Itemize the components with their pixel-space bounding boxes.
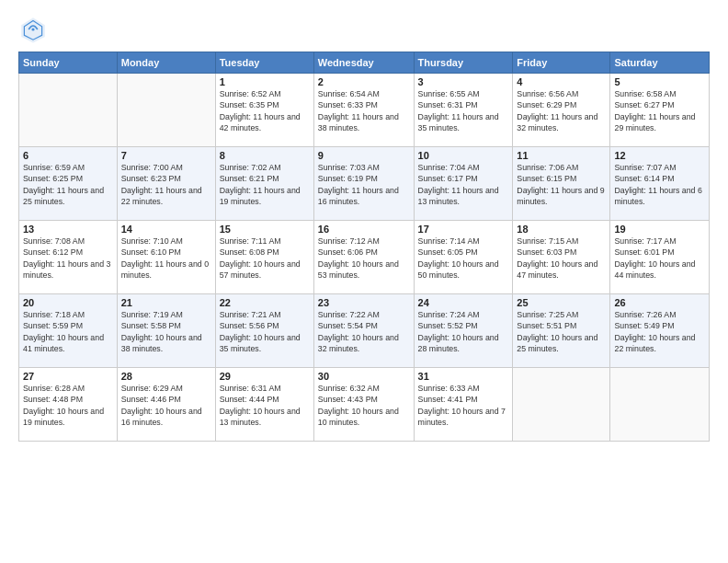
day-info: Sunrise: 7:03 AM Sunset: 6:19 PM Dayligh… (318, 162, 410, 207)
calendar-cell: 7Sunrise: 7:00 AM Sunset: 6:23 PM Daylig… (117, 147, 215, 221)
calendar-cell: 5Sunrise: 6:58 AM Sunset: 6:27 PM Daylig… (610, 74, 710, 147)
day-info: Sunrise: 7:02 AM Sunset: 6:21 PM Dayligh… (220, 162, 310, 207)
day-number: 31 (418, 371, 509, 382)
calendar-cell: 8Sunrise: 7:02 AM Sunset: 6:21 PM Daylig… (215, 147, 313, 221)
day-number: 2 (318, 76, 410, 87)
day-header-thursday: Thursday (414, 52, 513, 74)
day-info: Sunrise: 7:06 AM Sunset: 6:15 PM Dayligh… (517, 162, 606, 207)
day-number: 6 (23, 150, 113, 161)
calendar-cell: 13Sunrise: 7:08 AM Sunset: 6:12 PM Dayli… (19, 221, 118, 294)
day-number: 15 (220, 224, 310, 235)
day-number: 18 (517, 224, 606, 235)
day-info: Sunrise: 6:29 AM Sunset: 4:46 PM Dayligh… (121, 383, 211, 428)
day-number: 23 (318, 297, 410, 308)
day-header-tuesday: Tuesday (215, 52, 313, 74)
calendar-cell: 30Sunrise: 6:32 AM Sunset: 4:43 PM Dayli… (313, 368, 414, 442)
day-info: Sunrise: 6:33 AM Sunset: 4:41 PM Dayligh… (418, 383, 509, 428)
day-info: Sunrise: 7:07 AM Sunset: 6:14 PM Dayligh… (614, 162, 705, 207)
calendar-cell: 2Sunrise: 6:54 AM Sunset: 6:33 PM Daylig… (313, 74, 414, 147)
calendar-header-row: SundayMondayTuesdayWednesdayThursdayFrid… (19, 52, 710, 74)
calendar-cell: 28Sunrise: 6:29 AM Sunset: 4:46 PM Dayli… (117, 368, 215, 442)
week-row-5: 27Sunrise: 6:28 AM Sunset: 4:48 PM Dayli… (19, 368, 710, 442)
calendar-cell: 6Sunrise: 6:59 AM Sunset: 6:25 PM Daylig… (19, 147, 118, 221)
day-info: Sunrise: 7:00 AM Sunset: 6:23 PM Dayligh… (121, 162, 211, 207)
day-number: 8 (220, 150, 310, 161)
calendar-cell (610, 368, 710, 442)
calendar-cell: 26Sunrise: 7:26 AM Sunset: 5:49 PM Dayli… (610, 294, 710, 368)
day-number: 21 (121, 297, 211, 308)
day-number: 29 (220, 371, 310, 382)
calendar-cell (513, 368, 610, 442)
day-number: 25 (517, 297, 606, 308)
day-number: 19 (614, 224, 705, 235)
day-number: 7 (121, 150, 211, 161)
calendar-cell: 19Sunrise: 7:17 AM Sunset: 6:01 PM Dayli… (610, 221, 710, 294)
day-header-sunday: Sunday (19, 52, 118, 74)
day-info: Sunrise: 7:21 AM Sunset: 5:56 PM Dayligh… (220, 309, 310, 354)
day-number: 26 (614, 297, 705, 308)
day-number: 22 (220, 297, 310, 308)
calendar-cell: 29Sunrise: 6:31 AM Sunset: 4:44 PM Dayli… (215, 368, 313, 442)
day-info: Sunrise: 7:12 AM Sunset: 6:06 PM Dayligh… (318, 236, 410, 281)
day-info: Sunrise: 6:31 AM Sunset: 4:44 PM Dayligh… (220, 383, 310, 428)
day-info: Sunrise: 6:54 AM Sunset: 6:33 PM Dayligh… (318, 88, 410, 133)
day-number: 28 (121, 371, 211, 382)
day-number: 17 (418, 224, 509, 235)
day-number: 4 (517, 76, 606, 87)
day-header-saturday: Saturday (610, 52, 710, 74)
day-info: Sunrise: 7:26 AM Sunset: 5:49 PM Dayligh… (614, 309, 705, 354)
header (18, 15, 710, 44)
day-info: Sunrise: 7:18 AM Sunset: 5:59 PM Dayligh… (23, 309, 113, 354)
calendar-cell: 14Sunrise: 7:10 AM Sunset: 6:10 PM Dayli… (117, 221, 215, 294)
calendar-cell: 21Sunrise: 7:19 AM Sunset: 5:58 PM Dayli… (117, 294, 215, 368)
day-info: Sunrise: 6:59 AM Sunset: 6:25 PM Dayligh… (23, 162, 113, 207)
calendar-cell: 11Sunrise: 7:06 AM Sunset: 6:15 PM Dayli… (513, 147, 610, 221)
day-info: Sunrise: 7:17 AM Sunset: 6:01 PM Dayligh… (614, 236, 705, 281)
week-row-4: 20Sunrise: 7:18 AM Sunset: 5:59 PM Dayli… (19, 294, 710, 368)
calendar-cell: 3Sunrise: 6:55 AM Sunset: 6:31 PM Daylig… (414, 74, 513, 147)
calendar-cell: 12Sunrise: 7:07 AM Sunset: 6:14 PM Dayli… (610, 147, 710, 221)
logo-icon (18, 15, 48, 44)
day-number: 20 (23, 297, 113, 308)
calendar-cell: 31Sunrise: 6:33 AM Sunset: 4:41 PM Dayli… (414, 368, 513, 442)
calendar-cell: 17Sunrise: 7:14 AM Sunset: 6:05 PM Dayli… (414, 221, 513, 294)
day-number: 27 (23, 371, 113, 382)
day-number: 24 (418, 297, 509, 308)
calendar-cell: 10Sunrise: 7:04 AM Sunset: 6:17 PM Dayli… (414, 147, 513, 221)
day-number: 11 (517, 150, 606, 161)
day-info: Sunrise: 6:58 AM Sunset: 6:27 PM Dayligh… (614, 88, 705, 133)
calendar-cell: 16Sunrise: 7:12 AM Sunset: 6:06 PM Dayli… (313, 221, 414, 294)
calendar-cell: 15Sunrise: 7:11 AM Sunset: 6:08 PM Dayli… (215, 221, 313, 294)
logo (18, 15, 51, 44)
day-info: Sunrise: 7:22 AM Sunset: 5:54 PM Dayligh… (318, 309, 410, 354)
day-info: Sunrise: 7:10 AM Sunset: 6:10 PM Dayligh… (121, 236, 211, 281)
week-row-3: 13Sunrise: 7:08 AM Sunset: 6:12 PM Dayli… (19, 221, 710, 294)
calendar-cell: 27Sunrise: 6:28 AM Sunset: 4:48 PM Dayli… (19, 368, 118, 442)
calendar-cell: 9Sunrise: 7:03 AM Sunset: 6:19 PM Daylig… (313, 147, 414, 221)
day-info: Sunrise: 7:08 AM Sunset: 6:12 PM Dayligh… (23, 236, 113, 281)
day-info: Sunrise: 6:32 AM Sunset: 4:43 PM Dayligh… (318, 383, 410, 428)
day-info: Sunrise: 7:14 AM Sunset: 6:05 PM Dayligh… (418, 236, 509, 281)
day-info: Sunrise: 6:52 AM Sunset: 6:35 PM Dayligh… (220, 88, 310, 133)
week-row-1: 1Sunrise: 6:52 AM Sunset: 6:35 PM Daylig… (19, 74, 710, 147)
day-info: Sunrise: 7:24 AM Sunset: 5:52 PM Dayligh… (418, 309, 509, 354)
day-info: Sunrise: 7:04 AM Sunset: 6:17 PM Dayligh… (418, 162, 509, 207)
day-number: 9 (318, 150, 410, 161)
week-row-2: 6Sunrise: 6:59 AM Sunset: 6:25 PM Daylig… (19, 147, 710, 221)
day-info: Sunrise: 7:11 AM Sunset: 6:08 PM Dayligh… (220, 236, 310, 281)
day-info: Sunrise: 6:28 AM Sunset: 4:48 PM Dayligh… (23, 383, 113, 428)
calendar-cell (117, 74, 215, 147)
day-number: 30 (318, 371, 410, 382)
day-number: 16 (318, 224, 410, 235)
day-number: 12 (614, 150, 705, 161)
day-info: Sunrise: 6:56 AM Sunset: 6:29 PM Dayligh… (517, 88, 606, 133)
day-number: 1 (220, 76, 310, 87)
calendar-cell: 25Sunrise: 7:25 AM Sunset: 5:51 PM Dayli… (513, 294, 610, 368)
calendar-cell: 18Sunrise: 7:15 AM Sunset: 6:03 PM Dayli… (513, 221, 610, 294)
day-header-monday: Monday (117, 52, 215, 74)
calendar-cell: 24Sunrise: 7:24 AM Sunset: 5:52 PM Dayli… (414, 294, 513, 368)
calendar-cell: 4Sunrise: 6:56 AM Sunset: 6:29 PM Daylig… (513, 74, 610, 147)
day-info: Sunrise: 6:55 AM Sunset: 6:31 PM Dayligh… (418, 88, 509, 133)
calendar: SundayMondayTuesdayWednesdayThursdayFrid… (18, 52, 710, 442)
day-info: Sunrise: 7:25 AM Sunset: 5:51 PM Dayligh… (517, 309, 606, 354)
